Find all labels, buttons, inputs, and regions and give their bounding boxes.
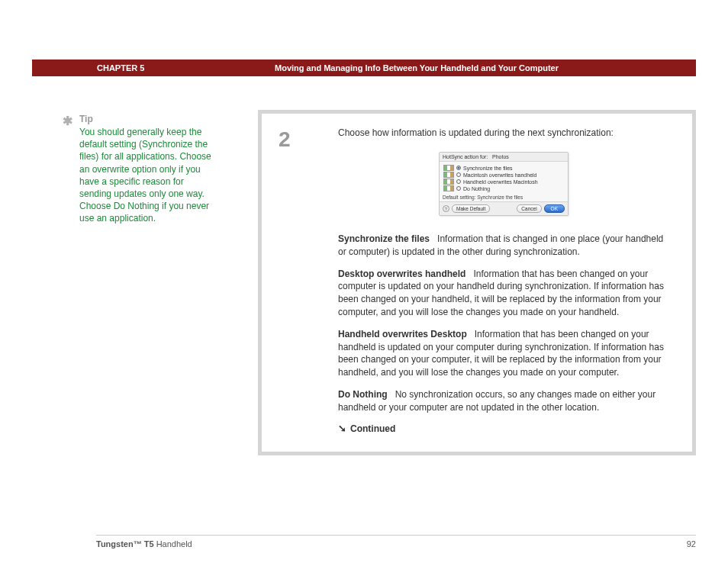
- help-icon[interactable]: ?: [443, 205, 449, 212]
- make-default-button[interactable]: Make Default: [452, 204, 490, 213]
- asterisk-icon: ✱: [63, 114, 72, 128]
- dialog-option-label: Synchronize the files: [463, 166, 513, 171]
- radio-icon: [456, 172, 461, 177]
- definition-term: Do Nothing: [338, 389, 388, 400]
- dialog-header-app: Photos: [492, 154, 509, 159]
- step-content-box: 2 Choose how information is updated duri…: [258, 110, 696, 455]
- tip-body-text: You should generally keep the default se…: [79, 126, 213, 225]
- sync-direction-icon: [443, 165, 454, 171]
- dialog-header-prefix: HotSync action for:: [443, 154, 488, 159]
- chapter-header-bar: CHAPTER 5 Moving and Managing Info Betwe…: [32, 60, 696, 76]
- definition-term: Synchronize the files: [338, 233, 430, 244]
- radio-icon: [456, 166, 461, 170]
- radio-icon: [456, 186, 461, 191]
- dialog-header: HotSync action for: Photos: [440, 153, 568, 162]
- step-number: 2: [279, 127, 291, 152]
- cancel-button[interactable]: Cancel: [517, 204, 541, 213]
- chapter-label: CHAPTER 5: [97, 63, 144, 72]
- dialog-option-label: Macintosh overwrites handheld: [463, 172, 537, 178]
- definition-term: Desktop overwrites handheld: [338, 269, 465, 279]
- definition-handheld: Handheld overwrites Desktop Information …: [338, 328, 669, 379]
- step-lead-text: Choose how information is updated during…: [338, 127, 669, 138]
- dialog-option-row[interactable]: Handheld overwrites Macintosh: [443, 179, 564, 185]
- sync-direction-icon: [443, 179, 454, 185]
- continued-label: Continued: [350, 423, 395, 434]
- definition-desktop: Desktop overwrites handheld Information …: [338, 268, 669, 319]
- ok-button[interactable]: OK: [544, 204, 565, 213]
- definition-term: Handheld overwrites Desktop: [338, 329, 467, 339]
- dialog-option-label: Handheld overwrites Macintosh: [463, 179, 538, 185]
- radio-icon: [456, 179, 461, 184]
- sync-direction-icon: [443, 172, 454, 178]
- dialog-option-label: Do Nothing: [463, 186, 490, 191]
- tip-sidebar: ✱ Tip You should generally keep the defa…: [79, 114, 213, 225]
- hotsync-dialog: HotSync action for: Photos Synchronize t…: [439, 152, 569, 216]
- dialog-default-setting: Default setting: Synchronize the files: [440, 195, 568, 201]
- tip-heading: Tip: [79, 114, 213, 124]
- product-name-rest: Handheld: [154, 539, 192, 549]
- footer-divider: [96, 535, 696, 536]
- product-name-bold: Tungsten™ T5: [96, 539, 154, 549]
- dialog-option-row[interactable]: Do Nothing: [443, 185, 564, 191]
- continued-arrow-icon: ➘: [338, 423, 346, 434]
- page-number: 92: [687, 539, 696, 549]
- chapter-title: Moving and Managing Info Between Your Ha…: [275, 63, 559, 72]
- sync-direction-icon: [443, 185, 454, 191]
- page-footer: Tungsten™ T5 Handheld 92: [96, 539, 696, 549]
- product-name: Tungsten™ T5 Handheld: [96, 539, 192, 549]
- definition-nothing: Do Nothing No synchronization occurs, so…: [338, 388, 669, 414]
- dialog-option-row[interactable]: Macintosh overwrites handheld: [443, 172, 564, 178]
- continued-marker: ➘ Continued: [338, 423, 669, 435]
- dialog-option-row[interactable]: Synchronize the files: [443, 165, 564, 171]
- definition-sync: Synchronize the files Information that i…: [338, 233, 669, 259]
